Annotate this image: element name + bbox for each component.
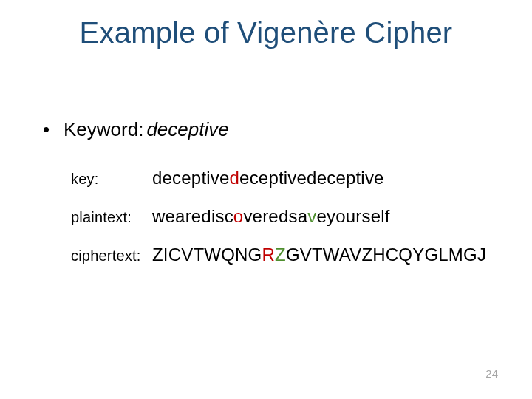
page-number: 24 [485,367,498,380]
key-row-value: deceptivedeceptivedeceptive [152,168,384,188]
cipher-rows: key: deceptivedeceptivedeceptive plainte… [71,168,502,265]
keyword-bullet: • Keyword: deceptive [43,118,502,141]
plaintext-row: plaintext: wearediscoveredsaveyourself [71,206,502,227]
keyword-value: deceptive [146,118,228,141]
ciphertext-row-label: ciphertext: [71,248,152,265]
slide-title: Example of Vigenère Cipher [0,16,532,50]
keyword-label: Keyword: [64,118,143,141]
bullet-dot-icon: • [43,118,64,141]
slide: Example of Vigenère Cipher • Keyword: de… [0,0,532,399]
ciphertext-row: ciphertext: ZICVTWQNGRZGVTWAVZHCQYGLMGJ [71,245,502,265]
slide-body: • Keyword: deceptive key: deceptivedecep… [43,118,502,283]
key-row: key: deceptivedeceptivedeceptive [71,168,502,188]
key-row-label: key: [71,171,152,188]
ciphertext-row-value: ZICVTWQNGRZGVTWAVZHCQYGLMGJ [152,245,486,265]
plaintext-row-value: wearediscoveredsaveyourself [152,206,390,227]
plaintext-row-label: plaintext: [71,209,152,226]
